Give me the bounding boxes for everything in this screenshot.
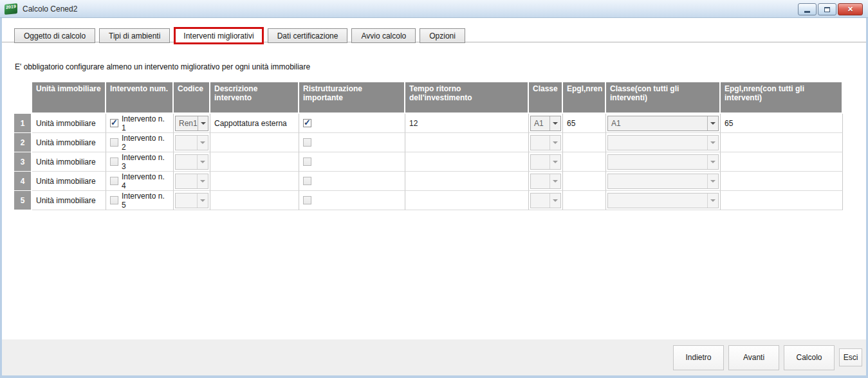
cell-epgl-nren bbox=[563, 133, 606, 152]
cell-epgl-nren-tutti bbox=[721, 172, 843, 191]
header-unita-immobiliare: Unità immobiliare bbox=[32, 82, 105, 113]
avanti-button[interactable]: Avanti bbox=[728, 345, 779, 370]
codice-dropdown[interactable] bbox=[175, 174, 208, 189]
cell-tempo-ritorno bbox=[405, 133, 529, 152]
header-classe: Classe bbox=[529, 82, 562, 113]
codice-dropdown[interactable]: Ren1 bbox=[175, 116, 208, 131]
tab-oggetto-di-calcolo[interactable]: Oggetto di calcolo bbox=[14, 28, 95, 43]
classe-dropdown[interactable]: A1 bbox=[530, 116, 561, 131]
cell-epgl-nren-tutti bbox=[721, 191, 843, 210]
cell-codice bbox=[174, 191, 210, 210]
chevron-down-icon[interactable] bbox=[549, 174, 560, 188]
intervento-checkbox[interactable] bbox=[110, 196, 118, 204]
classe-dropdown[interactable] bbox=[530, 154, 561, 170]
classe-dropdown[interactable] bbox=[530, 135, 561, 150]
classe-dropdown[interactable] bbox=[530, 193, 561, 208]
cell-descrizione bbox=[210, 191, 299, 210]
chevron-down-icon[interactable] bbox=[707, 174, 718, 188]
cell-epgl-nren-tutti bbox=[721, 133, 843, 152]
tab-avvio-calcolo[interactable]: Avvio calcolo bbox=[351, 28, 416, 43]
classe-tutti-dropdown[interactable] bbox=[607, 193, 719, 208]
chevron-down-icon[interactable] bbox=[707, 136, 718, 150]
cell-unita-immobiliare: Unità immobiliare bbox=[32, 152, 106, 172]
chevron-down-icon[interactable] bbox=[549, 194, 560, 208]
codice-dropdown[interactable] bbox=[175, 154, 208, 170]
tab-interventi-migliorativi[interactable]: Interventi migliorativi bbox=[174, 27, 263, 44]
intervento-checkbox[interactable] bbox=[110, 138, 118, 147]
row-number[interactable]: 3 bbox=[14, 152, 31, 172]
restore-icon bbox=[824, 7, 830, 12]
header-epgl-nren-tutti: Epgl,nren(con tutti gli interventi) bbox=[721, 82, 842, 113]
intervento-checkbox[interactable] bbox=[110, 119, 118, 127]
classe-tutti-dropdown[interactable] bbox=[607, 174, 719, 189]
tab-tipi-di-ambienti[interactable]: Tipi di ambienti bbox=[99, 28, 170, 43]
cell-descrizione bbox=[210, 152, 299, 172]
interventions-grid: Unità immobiliare Intervento num. Codice… bbox=[14, 82, 843, 210]
minimize-button[interactable] bbox=[798, 3, 817, 15]
cell-intervento-num: Intervento n. 2 bbox=[106, 133, 174, 152]
intervento-checkbox[interactable] bbox=[110, 158, 118, 166]
tab-dati-certificazione[interactable]: Dati certificazione bbox=[268, 28, 348, 43]
codice-dropdown[interactable] bbox=[175, 135, 208, 150]
cell-classe bbox=[529, 152, 563, 172]
tab-strip: Oggetto di calcolo Tipi di ambienti Inte… bbox=[14, 27, 465, 43]
cell-epgl-nren: 65 bbox=[563, 114, 606, 133]
chevron-down-icon[interactable] bbox=[549, 155, 560, 169]
cell-epgl-nren bbox=[563, 152, 606, 172]
table-row: 3 Unità immobiliare Intervento n. 3 bbox=[14, 152, 843, 172]
header-epgl-nren: Epgl,nren bbox=[563, 82, 605, 113]
chevron-down-icon[interactable] bbox=[197, 136, 208, 150]
ristrutturazione-checkbox[interactable] bbox=[303, 177, 311, 185]
cell-classe bbox=[529, 191, 563, 210]
row-number[interactable]: 4 bbox=[14, 172, 31, 191]
indietro-button[interactable]: Indietro bbox=[673, 345, 724, 370]
chevron-down-icon[interactable] bbox=[198, 116, 208, 130]
row-number[interactable]: 2 bbox=[14, 133, 31, 152]
window-title: Calcolo Cened2 bbox=[23, 4, 77, 14]
chevron-down-icon[interactable] bbox=[197, 174, 208, 188]
row-number[interactable]: 5 bbox=[14, 191, 31, 210]
chevron-down-icon[interactable] bbox=[197, 155, 208, 169]
restore-button[interactable] bbox=[818, 3, 836, 15]
chevron-down-icon[interactable] bbox=[707, 116, 718, 130]
header-classe-tutti: Classe(con tutti gli interventi) bbox=[606, 82, 719, 113]
app-window: 2019 Calcolo Cened2 Oggetto di calcolo T… bbox=[0, 0, 868, 378]
ristrutturazione-checkbox[interactable] bbox=[303, 119, 311, 127]
row-number[interactable]: 1 bbox=[14, 114, 31, 133]
codice-dropdown[interactable] bbox=[175, 193, 208, 208]
ristrutturazione-checkbox[interactable] bbox=[303, 196, 311, 204]
cell-descrizione bbox=[210, 133, 299, 152]
cell-classe-tutti bbox=[606, 191, 721, 210]
header-tempo-ritorno: Tempo ritorno dell'investimento bbox=[405, 82, 528, 113]
cell-tempo-ritorno: 12 bbox=[405, 114, 529, 133]
close-icon bbox=[847, 6, 853, 13]
chevron-down-icon[interactable] bbox=[197, 194, 208, 208]
calcolo-button[interactable]: Calcolo bbox=[784, 345, 835, 370]
close-button[interactable] bbox=[838, 3, 863, 15]
ristrutturazione-checkbox[interactable] bbox=[303, 158, 311, 166]
mandatory-intervention-notice: E' obbligatorio configurare almeno un in… bbox=[15, 62, 310, 71]
intervento-checkbox[interactable] bbox=[110, 177, 118, 185]
classe-tutti-dropdown[interactable] bbox=[607, 154, 719, 170]
classe-dropdown[interactable] bbox=[530, 174, 561, 189]
classe-tutti-dropdown[interactable] bbox=[607, 135, 719, 150]
chevron-down-icon[interactable] bbox=[549, 116, 560, 130]
cell-unita-immobiliare: Unità immobiliare bbox=[32, 191, 106, 210]
classe-tutti-dropdown[interactable]: A1 bbox=[607, 116, 719, 131]
cell-codice bbox=[174, 172, 210, 191]
ristrutturazione-checkbox[interactable] bbox=[303, 138, 311, 147]
header-ristrutturazione-importante: Ristrutturazione importante bbox=[299, 82, 404, 113]
chevron-down-icon[interactable] bbox=[549, 136, 560, 150]
cell-epgl-nren-tutti bbox=[721, 152, 843, 172]
cell-epgl-nren bbox=[563, 172, 606, 191]
cell-classe-tutti: A1 bbox=[606, 114, 721, 133]
intervento-label: Intervento n. 1 bbox=[122, 114, 169, 132]
cell-codice bbox=[174, 133, 210, 152]
chevron-down-icon[interactable] bbox=[707, 194, 718, 208]
window-controls bbox=[798, 3, 863, 15]
tab-opzioni[interactable]: Opzioni bbox=[420, 28, 465, 43]
cell-classe bbox=[529, 133, 563, 152]
chevron-down-icon[interactable] bbox=[707, 155, 718, 169]
app-icon: 2019 bbox=[5, 3, 17, 14]
esci-button[interactable]: Esci bbox=[839, 348, 862, 366]
